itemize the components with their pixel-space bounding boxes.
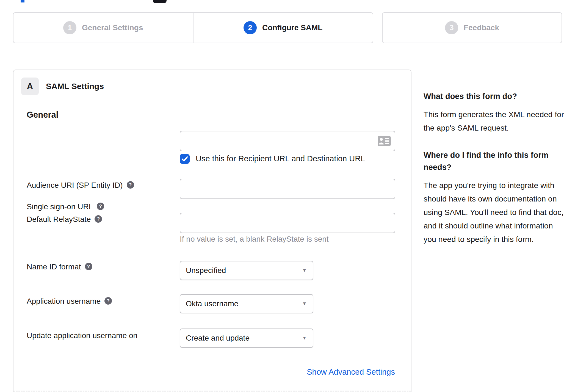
card-title: SAML Settings xyxy=(46,82,104,91)
sidebar-answer-1: This form generates the XML needed for t… xyxy=(424,108,564,135)
sso-url-label: Single sign-on URL? xyxy=(27,202,104,211)
general-section-heading: General xyxy=(27,110,58,120)
checkmark-icon xyxy=(181,155,188,162)
contact-card-icon[interactable] xyxy=(378,136,391,146)
step-3-label: Feedback xyxy=(464,23,499,32)
step-general-settings[interactable]: 1 General Settings xyxy=(13,13,193,43)
audience-uri-label: Audience URI (SP Entity ID)? xyxy=(27,181,134,190)
audience-uri-input[interactable] xyxy=(180,179,395,199)
section-a-badge: A xyxy=(21,78,39,95)
help-icon[interactable]: ? xyxy=(85,263,92,270)
sidebar-question-1: What does this form do? xyxy=(424,90,564,102)
show-advanced-settings-link[interactable]: Show Advanced Settings xyxy=(307,368,395,377)
help-icon[interactable]: ? xyxy=(97,203,104,210)
app-username-select[interactable]: Okta username ▼ xyxy=(180,294,313,313)
configure-saml-page: 1 General Settings 2 Configure SAML 3 Fe… xyxy=(0,0,575,392)
chevron-down-icon: ▼ xyxy=(302,301,307,307)
name-id-format-label: Name ID format? xyxy=(27,263,92,271)
recipient-url-checkbox[interactable] xyxy=(180,154,190,164)
step-3-number-badge: 3 xyxy=(445,21,458,34)
section-dashed-divider xyxy=(13,391,411,391)
recipient-url-checkbox-label[interactable]: Use this for Recipient URL and Destinati… xyxy=(196,154,365,163)
help-icon[interactable]: ? xyxy=(104,297,112,305)
chevron-down-icon: ▼ xyxy=(302,335,307,341)
step-configure-saml[interactable]: 2 Configure SAML xyxy=(193,13,373,43)
step-2-number-badge: 2 xyxy=(244,21,257,34)
name-id-format-select[interactable]: Unspecified ▼ xyxy=(180,261,313,280)
step-2-label: Configure SAML xyxy=(262,23,322,32)
name-id-format-value: Unspecified xyxy=(186,266,226,275)
app-username-label: Application username? xyxy=(27,297,112,306)
wizard-stepper-feedback: 3 Feedback xyxy=(382,12,562,43)
cropped-logo-fragment xyxy=(153,0,167,3)
help-icon[interactable]: ? xyxy=(95,215,102,223)
sidebar-question-2: Where do I find the info this form needs… xyxy=(424,149,555,173)
help-sidebar: What does this form do? This form genera… xyxy=(424,90,564,246)
relay-state-hint: If no value is set, a blank RelayState i… xyxy=(180,235,329,244)
update-app-username-value: Create and update xyxy=(186,334,250,343)
saml-settings-card: A SAML Settings General Single sign-on U… xyxy=(13,70,411,392)
step-1-number-badge: 1 xyxy=(63,21,76,34)
wizard-stepper: 1 General Settings 2 Configure SAML xyxy=(13,12,373,43)
help-icon[interactable]: ? xyxy=(127,181,134,189)
relay-state-input[interactable] xyxy=(180,213,395,233)
sidebar-answer-2: The app you're trying to integrate with … xyxy=(424,179,564,246)
app-username-value: Okta username xyxy=(186,299,238,308)
relay-state-label: Default RelayState? xyxy=(27,215,102,224)
step-1-label: General Settings xyxy=(82,23,143,32)
step-feedback[interactable]: 3 Feedback xyxy=(383,13,562,43)
chevron-down-icon: ▼ xyxy=(302,268,307,273)
sso-url-input[interactable] xyxy=(180,131,395,151)
update-app-username-label: Update application username on xyxy=(27,331,137,340)
update-app-username-select[interactable]: Create and update ▼ xyxy=(180,328,313,348)
cropped-blue-fragment xyxy=(21,0,24,2)
